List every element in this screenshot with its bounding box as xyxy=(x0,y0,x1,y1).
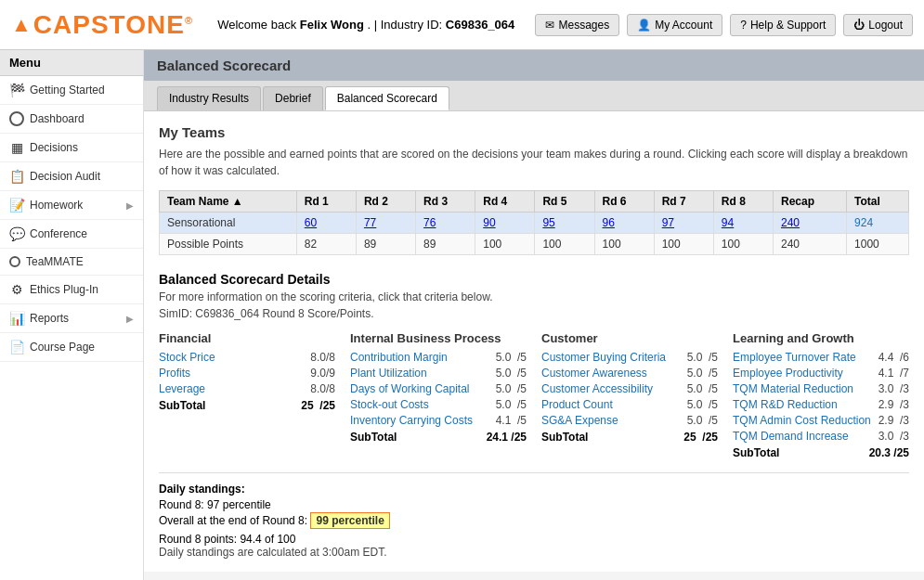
logo-icon: ▲ xyxy=(11,13,32,37)
cell-rd7[interactable]: 97 xyxy=(654,213,713,234)
header-center: Welcome back Felix Wong . | Industry ID:… xyxy=(197,18,535,32)
cell-rd3[interactable]: 76 xyxy=(416,213,475,234)
score-item: Employee Productivity 4.1 /7 xyxy=(733,367,909,380)
col-team-name[interactable]: Team Name ▲ xyxy=(160,191,297,213)
tqm-rd-link[interactable]: TQM R&D Reduction xyxy=(733,398,875,411)
sidebar-item-decision-audit[interactable]: 📋 Decision Audit xyxy=(0,162,143,191)
cell-rd5[interactable]: 95 xyxy=(535,213,594,234)
tqm-demand-link[interactable]: TQM Demand Increase xyxy=(733,430,875,443)
daily-standings-title: Daily standings: xyxy=(159,483,909,496)
sga-expense-link[interactable]: SG&A Expense xyxy=(541,414,683,427)
stock-price-link[interactable]: Stock Price xyxy=(159,351,306,364)
col-rd2: Rd 2 xyxy=(356,191,415,213)
table-row: Sensorational 60 77 76 90 95 96 97 94 24… xyxy=(160,213,909,234)
cell-possible-rd7: 100 xyxy=(654,234,713,255)
logout-button[interactable]: ⏻ Logout xyxy=(843,14,913,36)
help-icon: ? xyxy=(740,19,747,32)
sidebar-item-label: Homework xyxy=(30,199,83,212)
tab-debrief[interactable]: Debrief xyxy=(263,86,323,110)
account-icon: 👤 xyxy=(637,19,651,32)
contribution-margin-val: 5.0 /5 xyxy=(496,351,527,364)
tqm-material-link[interactable]: TQM Material Reduction xyxy=(733,382,875,395)
col-rd4: Rd 4 xyxy=(475,191,535,213)
customer-buying-criteria-link[interactable]: Customer Buying Criteria xyxy=(541,351,683,364)
homework-icon: 📝 xyxy=(9,198,24,213)
sidebar-item-dashboard[interactable]: Dashboard xyxy=(0,105,143,134)
customer-accessibility-link[interactable]: Customer Accessibility xyxy=(541,382,683,395)
employee-turnover-link[interactable]: Employee Turnover Rate xyxy=(733,351,875,364)
cell-possible-recap: 240 xyxy=(774,234,847,255)
tqm-admin-link[interactable]: TQM Admin Cost Reduction xyxy=(733,414,875,427)
sidebar-item-getting-started[interactable]: 🏁 Getting Started xyxy=(0,76,143,105)
my-account-button[interactable]: 👤 My Account xyxy=(627,14,722,36)
inventory-carrying-link[interactable]: Inventory Carrying Costs xyxy=(350,414,492,427)
cell-recap[interactable]: 240 xyxy=(774,213,847,234)
cell-rd4[interactable]: 90 xyxy=(475,213,535,234)
tab-industry-results[interactable]: Industry Results xyxy=(157,86,261,110)
score-item: TQM R&D Reduction 2.9 /3 xyxy=(733,398,909,411)
overall-prefix: Overall at the end of Round 8: xyxy=(159,514,307,527)
profits-link[interactable]: Profits xyxy=(159,367,306,380)
score-item: Customer Buying Criteria 5.0 /5 xyxy=(541,351,718,364)
employee-productivity-val: 4.1 /7 xyxy=(878,367,909,380)
col-recap: Recap xyxy=(774,191,847,213)
employee-turnover-val: 4.4 /6 xyxy=(878,351,909,364)
product-count-link[interactable]: Product Count xyxy=(541,398,683,411)
reports-icon: 📊 xyxy=(9,311,24,326)
calc-note: Daily standings are calculated at 3:00am… xyxy=(159,546,909,559)
score-item: Stock Price 8.0/8 xyxy=(159,351,335,364)
daily-standings-section: Daily standings: Round 8: 97 percentile … xyxy=(159,472,909,559)
sidebar-item-reports[interactable]: 📊 Reports ▶ xyxy=(0,304,143,333)
cell-rd8[interactable]: 94 xyxy=(713,213,773,234)
stock-out-costs-link[interactable]: Stock-out Costs xyxy=(350,398,492,411)
cell-possible-rd1: 82 xyxy=(296,234,356,255)
round-percentile-line: Round 8: 97 percentile xyxy=(159,498,909,511)
sidebar-item-label: Dashboard xyxy=(30,112,85,125)
employee-productivity-link[interactable]: Employee Productivity xyxy=(733,367,875,380)
help-support-button[interactable]: ? Help & Support xyxy=(730,14,836,36)
sidebar-item-label: Decision Audit xyxy=(30,170,100,183)
learning-subtotal: SubTotal 20.3 /25 xyxy=(733,446,909,459)
table-header-row: Team Name ▲ Rd 1 Rd 2 Rd 3 Rd 4 Rd 5 Rd … xyxy=(160,191,909,213)
sidebar-item-label: Course Page xyxy=(30,341,95,354)
inventory-carrying-val: 4.1 /5 xyxy=(496,414,527,427)
scorecard-details-title: Balanced Scorecard Details xyxy=(159,272,909,287)
cell-rd2[interactable]: 77 xyxy=(356,213,415,234)
sidebar-item-course-page[interactable]: 📄 Course Page xyxy=(0,333,143,362)
cell-team-name: Sensorational xyxy=(160,213,297,234)
tab-balanced-scorecard[interactable]: Balanced Scorecard xyxy=(325,86,449,110)
contribution-margin-link[interactable]: Contribution Margin xyxy=(350,351,492,364)
decisions-icon: ▦ xyxy=(9,140,24,155)
leverage-val: 8.0/8 xyxy=(310,382,335,395)
industry-id: C69836_064 xyxy=(446,18,514,32)
page-title-bar: Balanced Scorecard xyxy=(144,50,924,81)
logo-area: ▲ CAPSTONE® xyxy=(11,10,197,40)
tqm-demand-val: 3.0 /3 xyxy=(878,430,909,443)
sidebar-item-label: TeaMMATE xyxy=(26,255,84,268)
sidebar-item-ethics-plugin[interactable]: ⚙ Ethics Plug-In xyxy=(0,276,143,304)
sidebar-item-homework[interactable]: 📝 Homework ▶ xyxy=(0,191,143,220)
cell-rd1[interactable]: 60 xyxy=(296,213,356,234)
leverage-link[interactable]: Leverage xyxy=(159,382,306,395)
layout: Menu 🏁 Getting Started Dashboard ▦ Decis… xyxy=(0,50,924,580)
financial-subtotal: SubTotal 25 /25 xyxy=(159,399,335,412)
plant-utilization-link[interactable]: Plant Utilization xyxy=(350,367,492,380)
messages-icon: ✉ xyxy=(545,19,554,32)
simid-info: SimID: C69836_064 Round 8 Score/Points. xyxy=(159,307,909,320)
scorecard-details-section: Balanced Scorecard Details For more info… xyxy=(159,272,909,459)
messages-button[interactable]: ✉ Messages xyxy=(535,14,619,36)
sidebar-item-label: Ethics Plug-In xyxy=(30,283,98,296)
internal-title: Internal Business Process xyxy=(350,331,527,345)
cell-rd6[interactable]: 96 xyxy=(594,213,654,234)
sidebar-title: Menu xyxy=(0,50,143,76)
score-item: Product Count 5.0 /5 xyxy=(541,398,718,411)
sidebar-item-conference[interactable]: 💬 Conference xyxy=(0,220,143,249)
customer-awareness-link[interactable]: Customer Awareness xyxy=(541,367,683,380)
days-working-capital-link[interactable]: Days of Working Capital xyxy=(350,382,492,395)
round-label: Round 8: xyxy=(159,498,204,511)
sidebar-item-label: Decisions xyxy=(30,141,78,154)
sidebar-item-decisions[interactable]: ▦ Decisions xyxy=(0,134,143,162)
cell-possible-rd4: 100 xyxy=(475,234,535,255)
sidebar-item-teammate[interactable]: TeaMMATE xyxy=(0,249,143,276)
score-item: Profits 9.0/9 xyxy=(159,367,335,380)
